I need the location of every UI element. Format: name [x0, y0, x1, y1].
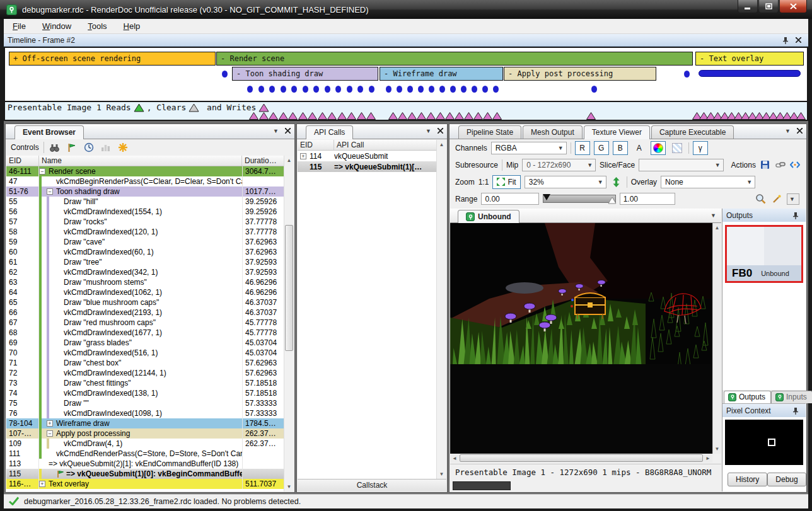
table-row[interactable]: 72vkCmdDrawIndexed(12144, 1)57.62963	[6, 368, 284, 378]
table-row[interactable]: 78-104+Wireframe draw1784.5…	[6, 418, 284, 428]
time-draws-icon[interactable]	[83, 141, 95, 154]
timeline-bar[interactable]: + Off-screen scene rendering	[9, 52, 216, 66]
timeline-canvas[interactable]: + Off-screen scene rendering- Render sce…	[5, 48, 807, 101]
tab-capture-executable[interactable]: Capture Executable	[651, 125, 734, 139]
range-min-input[interactable]: 0.00	[481, 193, 539, 205]
timeline-bar[interactable]: - Text overlay	[695, 52, 804, 66]
close-button[interactable]	[779, 0, 807, 13]
slice-face-select[interactable]: ▼	[639, 159, 724, 171]
tab-pipeline-state[interactable]: Pipeline State	[458, 125, 521, 139]
table-row[interactable]: 113=> vkQueueSubmit(2)[1]: vkEndCommandB…	[6, 459, 284, 469]
timeline-bar[interactable]: - Apply post processing	[504, 67, 656, 81]
timeline-panel[interactable]: + Off-screen scene rendering- Render sce…	[4, 47, 808, 121]
scroll-down-icon[interactable]: ▼	[713, 444, 721, 454]
table-row[interactable]: 74vkCmdDrawIndexed(138, 1)57.18518	[6, 388, 284, 398]
tree-expander-icon[interactable]: −	[47, 430, 53, 437]
scroll-up-icon[interactable]: ▲	[713, 223, 721, 233]
table-row[interactable]: 61Draw "tree"37.92593	[6, 257, 284, 267]
table-row[interactable]: 63Draw "mushroom stems"46.96296	[6, 277, 284, 287]
table-row[interactable]: 60vkCmdDrawIndexed(60, 1)37.62963	[6, 247, 284, 257]
range-options-icon[interactable]: ▼	[787, 193, 799, 205]
close-icon[interactable]	[797, 127, 803, 135]
debug-button[interactable]: Debug	[767, 473, 806, 486]
table-row[interactable]: 67Draw "red mushroom caps"45.77778	[6, 318, 284, 328]
panel-menu-icon[interactable]: ▼	[785, 128, 791, 134]
menu-help[interactable]: Help	[124, 21, 141, 31]
red-channel-button[interactable]: R	[575, 141, 590, 155]
column-name[interactable]: Name	[39, 156, 242, 166]
scrollbar-thumb[interactable]	[285, 225, 293, 351]
tab-api-calls[interactable]: API Calls	[306, 125, 353, 139]
timeline-bar[interactable]: - Wireframe draw	[380, 67, 503, 81]
table-row[interactable]: 115=> vkQueueSubmit(1)[0]: vkBeginComman…	[6, 469, 284, 479]
table-row[interactable]: 55Draw "hill"39.25926	[6, 197, 284, 207]
table-row[interactable]: 69Draw "grass blades"45.03704	[6, 338, 284, 348]
history-button[interactable]: History	[728, 473, 767, 486]
channels-select[interactable]: RGBA▼	[491, 142, 567, 154]
fit-button[interactable]: Fit	[492, 175, 520, 189]
table-row[interactable]: +114vkQueueSubmit	[298, 151, 436, 161]
scroll-right-icon[interactable]: ►	[704, 454, 712, 463]
panel-menu-icon[interactable]: ▼	[273, 128, 279, 134]
scroll-down-icon[interactable]: ▼	[284, 482, 294, 491]
timeline-bar[interactable]: - Render scene	[216, 52, 693, 66]
table-row[interactable]: 46-111−Render scene3064.7…	[6, 166, 284, 176]
table-row[interactable]: 111vkCmdEndRenderPass(C=Store, D=Store, …	[6, 449, 284, 459]
table-row[interactable]: 107-…−Apply post processing262.37…	[6, 428, 284, 439]
table-row[interactable]: 64vkCmdDrawIndexed(1062, 1)46.96296	[6, 287, 284, 297]
table-row[interactable]: 51-76−Toon shading draw1017.7…	[6, 187, 284, 197]
statistics-icon[interactable]	[100, 141, 112, 154]
table-row[interactable]: 109vkCmdDraw(4, 1)262.37…	[6, 439, 284, 449]
mip-select[interactable]: 0 - 1272x690▼	[522, 159, 596, 171]
table-row[interactable]: 58vkCmdDrawIndexed(120, 1)37.77778	[6, 227, 284, 237]
tree-expander-icon[interactable]: −	[47, 188, 53, 195]
find-event-icon[interactable]	[49, 141, 61, 154]
table-row[interactable]: 66vkCmdDrawIndexed(2193, 1)46.37037	[6, 307, 284, 318]
table-row[interactable]: 57Draw "rocks"37.77778	[6, 217, 284, 227]
api-calls-scrollbar[interactable]: ▲ ▼	[436, 140, 446, 479]
scroll-left-icon[interactable]: ◄	[450, 454, 459, 463]
menu-file[interactable]: File	[13, 21, 26, 31]
menu-window[interactable]: Window	[42, 21, 71, 31]
minimize-button[interactable]	[738, 0, 758, 13]
table-row[interactable]: 73Draw "chest fittings"57.18518	[6, 378, 284, 388]
vertical-scrollbar[interactable]: ▲ ▼	[712, 223, 721, 454]
pixel-context-view[interactable]	[725, 420, 803, 465]
texture-list-dropdown-icon[interactable]: ▼	[710, 212, 716, 219]
overlay-select[interactable]: None▼	[661, 176, 755, 188]
output-thumbnail-fb0[interactable]: FB0 Unbound	[725, 225, 803, 283]
column-api-call[interactable]: API Call	[334, 140, 436, 150]
column-eid[interactable]: EID	[6, 156, 39, 166]
autofit-wand-icon[interactable]	[770, 193, 783, 205]
blue-channel-button[interactable]: B	[613, 141, 628, 155]
panel-menu-icon[interactable]: ▼	[426, 128, 431, 134]
table-row[interactable]: 65Draw "blue mushroom caps"46.37037	[6, 297, 284, 307]
table-row[interactable]: 116-…+Text overlay511.7037	[6, 479, 284, 489]
scrollbar-thumb[interactable]	[460, 454, 703, 462]
table-row[interactable]: 70vkCmdDrawIndexed(516, 1)45.03704	[6, 348, 284, 358]
table-row[interactable]: 71Draw "chest box"57.62963	[6, 358, 284, 368]
custom-display-button[interactable]	[651, 141, 666, 155]
table-row[interactable]: 56vkCmdDrawIndexed(1554, 1)39.25926	[6, 207, 284, 217]
green-channel-button[interactable]: G	[594, 141, 609, 155]
tab-outputs[interactable]: Outputs	[724, 391, 771, 403]
table-row[interactable]: 75Draw ""57.33333	[6, 398, 284, 408]
table-row[interactable]: 68vkCmdDrawIndexed(1677, 1)45.77778	[6, 328, 284, 338]
table-row[interactable]: 76vkCmdDrawIndexed(1098, 1)57.33333	[6, 408, 284, 418]
table-row[interactable]: 62vkCmdDrawIndexed(342, 1)37.92593	[6, 267, 284, 277]
tab-mesh-output[interactable]: Mesh Output	[523, 125, 583, 139]
range-white-handle[interactable]	[608, 197, 617, 204]
range-max-input[interactable]: 1.00	[620, 193, 675, 205]
horizontal-scrollbar[interactable]: ◄ ►	[450, 454, 712, 462]
jump-to-event-icon[interactable]	[66, 141, 78, 154]
scroll-down-icon[interactable]: ▼	[437, 469, 446, 479]
save-icon[interactable]	[760, 159, 771, 171]
flip-y-icon[interactable]	[610, 176, 623, 188]
table-row[interactable]: 59Draw "cave"37.62963	[6, 237, 284, 247]
range-black-handle[interactable]	[542, 193, 551, 201]
alpha-background-button[interactable]	[670, 141, 685, 155]
tree-expander-icon[interactable]: −	[39, 168, 45, 175]
timeline-bar[interactable]: - Toon shading draw	[232, 67, 378, 81]
event-browser-scrollbar[interactable]: ▲ ▼	[284, 156, 294, 491]
pin-icon[interactable]	[789, 405, 802, 417]
